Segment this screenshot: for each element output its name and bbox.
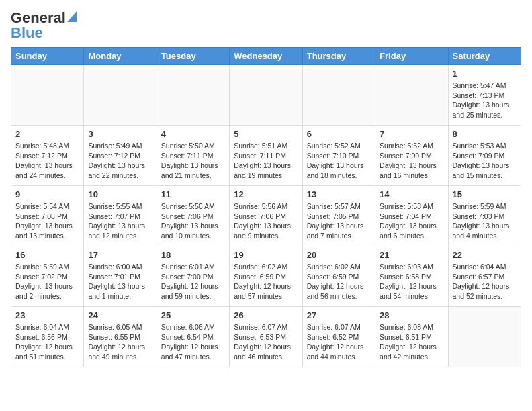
calendar-day-21: 21Sunrise: 6:03 AM Sunset: 6:58 PM Dayli… — [375, 246, 448, 307]
calendar-day-23: 23Sunrise: 6:04 AM Sunset: 6:56 PM Dayli… — [11, 307, 84, 367]
calendar-day-9: 9Sunrise: 5:54 AM Sunset: 7:08 PM Daylig… — [11, 186, 84, 246]
day-info: Sunrise: 5:48 AM Sunset: 7:12 PM Dayligh… — [15, 141, 79, 181]
day-number: 2 — [15, 129, 79, 139]
day-number: 25 — [161, 310, 225, 320]
day-info: Sunrise: 5:59 AM Sunset: 7:02 PM Dayligh… — [15, 262, 79, 302]
day-info: Sunrise: 6:00 AM Sunset: 7:01 PM Dayligh… — [88, 262, 152, 302]
day-info: Sunrise: 5:57 AM Sunset: 7:05 PM Dayligh… — [307, 201, 371, 241]
calendar-day-2: 2Sunrise: 5:48 AM Sunset: 7:12 PM Daylig… — [11, 126, 84, 186]
calendar-day-19: 19Sunrise: 6:02 AM Sunset: 6:59 PM Dayli… — [230, 246, 302, 307]
day-number: 10 — [88, 189, 152, 199]
day-info: Sunrise: 5:59 AM Sunset: 7:03 PM Dayligh… — [453, 201, 517, 241]
calendar-week-row: 1Sunrise: 5:47 AM Sunset: 7:13 PM Daylig… — [11, 65, 521, 126]
day-number: 6 — [307, 129, 371, 139]
day-info: Sunrise: 6:07 AM Sunset: 6:52 PM Dayligh… — [307, 322, 371, 362]
calendar-day-empty — [84, 65, 157, 126]
calendar-day-11: 11Sunrise: 5:56 AM Sunset: 7:06 PM Dayli… — [157, 186, 229, 246]
day-number: 27 — [307, 310, 371, 320]
day-info: Sunrise: 6:07 AM Sunset: 6:53 PM Dayligh… — [234, 322, 298, 362]
day-info: Sunrise: 5:55 AM Sunset: 7:07 PM Dayligh… — [88, 201, 152, 241]
logo-general-text: General — [11, 11, 66, 26]
day-info: Sunrise: 5:56 AM Sunset: 7:06 PM Dayligh… — [161, 201, 225, 241]
logo-blue-text: Blue — [11, 26, 43, 40]
calendar-day-28: 28Sunrise: 6:08 AM Sunset: 6:51 PM Dayli… — [375, 307, 448, 367]
day-number: 12 — [234, 189, 298, 199]
calendar-week-row: 16Sunrise: 5:59 AM Sunset: 7:02 PM Dayli… — [11, 246, 521, 307]
day-number: 3 — [88, 129, 152, 139]
day-info: Sunrise: 5:50 AM Sunset: 7:11 PM Dayligh… — [161, 141, 225, 181]
day-info: Sunrise: 6:03 AM Sunset: 6:58 PM Dayligh… — [380, 262, 443, 302]
day-info: Sunrise: 5:58 AM Sunset: 7:04 PM Dayligh… — [380, 201, 443, 241]
calendar-day-empty — [448, 307, 521, 367]
day-number: 17 — [88, 250, 152, 260]
calendar-day-5: 5Sunrise: 5:51 AM Sunset: 7:11 PM Daylig… — [230, 126, 302, 186]
calendar-day-1: 1Sunrise: 5:47 AM Sunset: 7:13 PM Daylig… — [448, 65, 521, 126]
day-number: 13 — [307, 189, 371, 199]
logo-triangle-icon — [67, 11, 77, 25]
calendar-day-24: 24Sunrise: 6:05 AM Sunset: 6:55 PM Dayli… — [84, 307, 157, 367]
page-header: General Blue — [11, 11, 521, 40]
day-info: Sunrise: 5:47 AM Sunset: 7:13 PM Dayligh… — [453, 81, 517, 120]
svg-marker-0 — [67, 11, 77, 22]
day-info: Sunrise: 5:56 AM Sunset: 7:06 PM Dayligh… — [234, 201, 298, 241]
day-info: Sunrise: 6:02 AM Sunset: 6:59 PM Dayligh… — [234, 262, 298, 302]
calendar-day-20: 20Sunrise: 6:02 AM Sunset: 6:59 PM Dayli… — [302, 246, 375, 307]
day-info: Sunrise: 6:04 AM Sunset: 6:56 PM Dayligh… — [15, 322, 79, 362]
day-info: Sunrise: 6:01 AM Sunset: 7:00 PM Dayligh… — [161, 262, 225, 302]
day-info: Sunrise: 6:04 AM Sunset: 6:57 PM Dayligh… — [453, 262, 517, 302]
calendar-day-15: 15Sunrise: 5:59 AM Sunset: 7:03 PM Dayli… — [448, 186, 521, 246]
calendar-week-row: 23Sunrise: 6:04 AM Sunset: 6:56 PM Dayli… — [11, 307, 521, 367]
day-number: 24 — [88, 310, 152, 320]
day-info: Sunrise: 6:02 AM Sunset: 6:59 PM Dayligh… — [307, 262, 371, 302]
day-info: Sunrise: 5:53 AM Sunset: 7:09 PM Dayligh… — [453, 141, 517, 181]
day-number: 28 — [380, 310, 443, 320]
calendar-day-empty — [302, 65, 375, 126]
weekday-header-monday: Monday — [84, 48, 157, 65]
day-info: Sunrise: 5:54 AM Sunset: 7:08 PM Dayligh… — [15, 201, 79, 241]
calendar-week-row: 2Sunrise: 5:48 AM Sunset: 7:12 PM Daylig… — [11, 126, 521, 186]
day-info: Sunrise: 6:08 AM Sunset: 6:51 PM Dayligh… — [380, 322, 443, 362]
calendar-day-empty — [157, 65, 229, 126]
calendar-day-16: 16Sunrise: 5:59 AM Sunset: 7:02 PM Dayli… — [11, 246, 84, 307]
day-info: Sunrise: 5:52 AM Sunset: 7:10 PM Dayligh… — [307, 141, 371, 181]
weekday-header-thursday: Thursday — [302, 48, 375, 65]
day-info: Sunrise: 5:49 AM Sunset: 7:12 PM Dayligh… — [88, 141, 152, 181]
day-number: 9 — [15, 189, 79, 199]
calendar-day-26: 26Sunrise: 6:07 AM Sunset: 6:53 PM Dayli… — [230, 307, 302, 367]
day-number: 11 — [161, 189, 225, 199]
calendar-week-row: 9Sunrise: 5:54 AM Sunset: 7:08 PM Daylig… — [11, 186, 521, 246]
day-number: 1 — [453, 68, 517, 79]
calendar-day-empty — [11, 65, 84, 126]
calendar-header-row: SundayMondayTuesdayWednesdayThursdayFrid… — [11, 48, 521, 65]
calendar-day-empty — [230, 65, 302, 126]
calendar-day-12: 12Sunrise: 5:56 AM Sunset: 7:06 PM Dayli… — [230, 186, 302, 246]
day-number: 4 — [161, 129, 225, 139]
day-number: 21 — [380, 250, 443, 260]
weekday-header-friday: Friday — [375, 48, 448, 65]
calendar-day-4: 4Sunrise: 5:50 AM Sunset: 7:11 PM Daylig… — [157, 126, 229, 186]
calendar-day-6: 6Sunrise: 5:52 AM Sunset: 7:10 PM Daylig… — [302, 126, 375, 186]
day-number: 23 — [15, 310, 79, 320]
calendar-day-25: 25Sunrise: 6:06 AM Sunset: 6:54 PM Dayli… — [157, 307, 229, 367]
weekday-header-tuesday: Tuesday — [157, 48, 229, 65]
day-number: 20 — [307, 250, 371, 260]
weekday-header-wednesday: Wednesday — [230, 48, 302, 65]
day-number: 22 — [453, 250, 517, 260]
day-number: 18 — [161, 250, 225, 260]
day-number: 5 — [234, 129, 298, 139]
day-number: 16 — [15, 250, 79, 260]
day-number: 7 — [380, 129, 443, 139]
calendar-day-empty — [375, 65, 448, 126]
day-number: 8 — [453, 129, 517, 139]
day-number: 14 — [380, 189, 443, 199]
calendar-day-10: 10Sunrise: 5:55 AM Sunset: 7:07 PM Dayli… — [84, 186, 157, 246]
weekday-header-sunday: Sunday — [11, 48, 84, 65]
weekday-header-saturday: Saturday — [448, 48, 521, 65]
day-info: Sunrise: 5:52 AM Sunset: 7:09 PM Dayligh… — [380, 141, 443, 181]
day-number: 26 — [234, 310, 298, 320]
calendar-day-8: 8Sunrise: 5:53 AM Sunset: 7:09 PM Daylig… — [448, 126, 521, 186]
calendar-day-14: 14Sunrise: 5:58 AM Sunset: 7:04 PM Dayli… — [375, 186, 448, 246]
calendar-day-17: 17Sunrise: 6:00 AM Sunset: 7:01 PM Dayli… — [84, 246, 157, 307]
day-number: 15 — [453, 189, 517, 199]
calendar-day-18: 18Sunrise: 6:01 AM Sunset: 7:00 PM Dayli… — [157, 246, 229, 307]
